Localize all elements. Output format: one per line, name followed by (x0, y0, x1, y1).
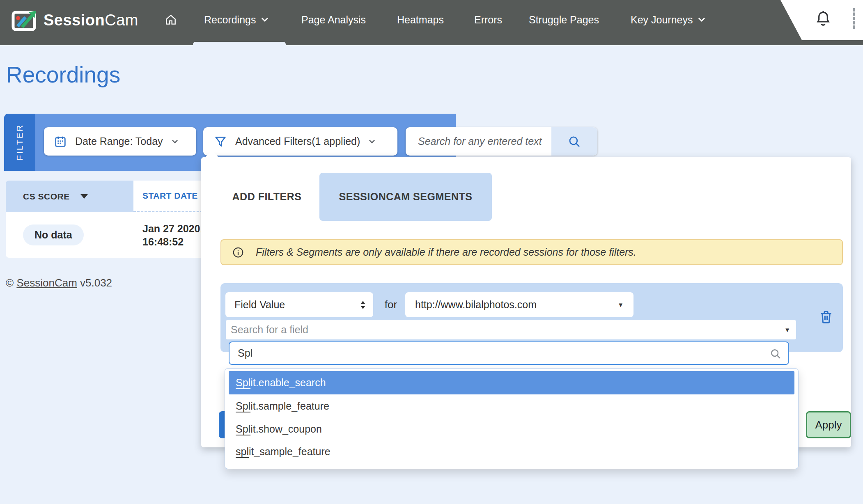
option-split-show-coupon[interactable]: Split.show_coupon (229, 417, 794, 441)
search-icon (769, 348, 782, 360)
filter-tab-label: FILTER (15, 124, 25, 160)
advanced-filters-button[interactable]: Advanced Filters(1 applied) (203, 127, 397, 156)
field-select-bar[interactable]: Search for a field ▼ (226, 320, 796, 339)
chevron-down-icon (368, 139, 376, 144)
field-select-placeholder: Search for a field (231, 324, 784, 336)
page-title: Recordings (6, 62, 120, 88)
cs-score-header-label: CS SCORE (23, 192, 70, 202)
site-select-value: http://www.bilalphotos.com (415, 299, 537, 311)
info-banner: Filters & Segments are only available if… (220, 239, 843, 265)
field-search-input[interactable] (230, 342, 755, 364)
brand[interactable]: SessionCam (11, 9, 138, 31)
for-label: for (380, 292, 402, 317)
segments-tab-label: SESSIONCAM SEGMENTS (339, 191, 473, 203)
chevron-down-icon (261, 17, 269, 23)
apply-button-label: Apply (815, 419, 842, 431)
date-range-button[interactable]: Date Range: Today (44, 127, 196, 156)
nav-key-journeys-label: Key Journeys (631, 14, 693, 26)
nav-struggle-pages[interactable]: Struggle Pages (529, 11, 599, 28)
field-type-select[interactable]: Field Value (225, 292, 373, 317)
footer-brand-link[interactable]: SessionCam (16, 277, 77, 289)
date-range-label: Date Range: Today (75, 135, 163, 147)
sessioncam-logo-icon (11, 9, 39, 31)
info-banner-text: Filters & Segments are only available if… (256, 246, 636, 258)
top-nav: SessionCam Recordings Page Analysis Heat… (0, 0, 863, 45)
search-icon (567, 135, 581, 149)
nav-home[interactable] (164, 11, 177, 28)
footer: © SessionCam v5.032 (6, 277, 112, 289)
nav-page-analysis-label: Page Analysis (301, 14, 366, 26)
cs-score-cell: No data (6, 212, 133, 258)
nav-page-analysis[interactable]: Page Analysis (301, 11, 366, 28)
add-filters-tab-label: ADD FILTERS (232, 191, 302, 203)
active-tab-indicator (193, 42, 286, 45)
text-search-input[interactable] (406, 127, 549, 156)
copyright-symbol: © (6, 277, 16, 289)
column-header-cs-score[interactable]: CS SCORE (6, 181, 133, 212)
nav-heatmaps-label: Heatmaps (397, 14, 444, 26)
funnel-icon (214, 135, 227, 148)
search-button[interactable] (551, 127, 597, 156)
filter-tab[interactable]: FILTER (4, 114, 35, 171)
nav-struggle-pages-label: Struggle Pages (529, 14, 599, 26)
nav-errors-label: Errors (474, 14, 502, 26)
chevron-down-icon (171, 139, 179, 144)
site-select[interactable]: http://www.bilalphotos.com ▼ (405, 292, 633, 317)
nav-recordings[interactable]: Recordings (204, 11, 269, 28)
delete-filter-button[interactable] (818, 309, 834, 325)
tab-add-filters[interactable]: ADD FILTERS (230, 173, 304, 221)
field-search-box (229, 341, 789, 365)
sort-desc-icon (80, 194, 88, 199)
select-arrow-icon: ▼ (617, 301, 624, 308)
notifications-button[interactable] (815, 10, 831, 28)
select-arrow-icon: ▼ (784, 326, 790, 333)
no-data-badge: No data (23, 225, 84, 245)
brand-name: SessionCam (44, 11, 138, 29)
start-date-header-label: START DATE (142, 191, 198, 201)
advanced-filters-panel: ADD FILTERS SESSIONCAM SEGMENTS Filters … (201, 157, 851, 447)
calendar-icon (54, 135, 67, 148)
trash-icon (818, 309, 834, 325)
nav-errors[interactable]: Errors (474, 11, 502, 28)
field-type-value: Field Value (234, 299, 285, 311)
more-options-handle[interactable] (853, 8, 855, 29)
nav-heatmaps[interactable]: Heatmaps (397, 11, 444, 28)
tab-sessioncam-segments[interactable]: SESSIONCAM SEGMENTS (319, 173, 492, 221)
option-split-sample-feature[interactable]: Split.sample_feature (229, 394, 794, 418)
field-options-list: Split.enable_search Split.sample_feature… (225, 368, 799, 469)
apply-button[interactable]: Apply (806, 411, 851, 438)
version-label: v5.032 (77, 277, 112, 289)
panel-notch (205, 151, 218, 157)
nav-key-journeys[interactable]: Key Journeys (631, 11, 706, 28)
text-search-box (406, 127, 597, 156)
home-icon (164, 13, 177, 26)
spinner-arrows-icon (359, 299, 367, 311)
chevron-down-icon (698, 17, 706, 23)
option-split-enable-search[interactable]: Split.enable_search (229, 371, 794, 394)
info-icon (232, 246, 244, 259)
option-split-sample-feature-underscore[interactable]: split_sample_feature (229, 440, 794, 463)
nav-recordings-label: Recordings (204, 14, 256, 26)
advanced-filters-label: Advanced Filters(1 applied) (235, 135, 360, 147)
